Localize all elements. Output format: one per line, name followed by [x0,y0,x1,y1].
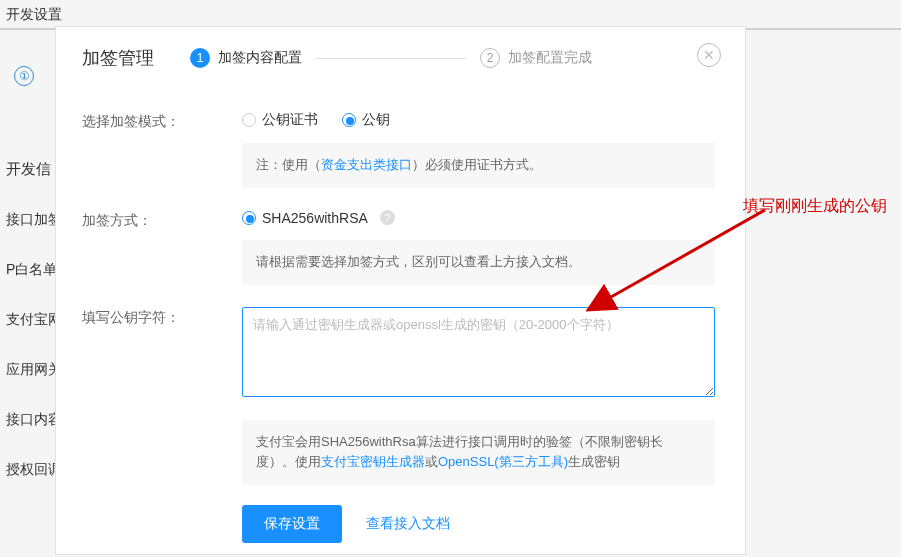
radio-sha256-rsa[interactable]: SHA256withRSA ? [242,210,395,226]
sidebar-section-title: 开发信 [6,160,62,179]
sidebar-item[interactable]: 授权回调 [6,461,62,479]
radio-label: 公钥 [362,111,390,129]
sign-management-modal: 加签管理 1 加签内容配置 2 加签配置完成 ✕ 选择加签模式： 公钥证 [55,26,746,555]
form: 选择加签模式： 公钥证书 公钥 注：使用（资金支出类接口）必须使用证书方式。 [82,111,715,543]
sidebar-item[interactable]: P白名单 [6,261,62,279]
row-sign-method: 加签方式： SHA256withRSA ? 请根据需要选择加签方式，区别可以查看… [82,210,715,285]
sidebar: 开发信 接口加签 P白名单 支付宝网 应用网关 接口内容 授权回调 [6,160,62,479]
radio-icon [342,113,356,127]
sidebar-item[interactable]: 接口加签 [6,211,62,229]
radio-icon [242,211,256,225]
radio-icon [242,113,256,127]
view-docs-link[interactable]: 查看接入文档 [366,515,450,533]
step-number-icon: 2 [480,48,500,68]
page-title: 开发设置 [6,6,62,24]
actions: 保存设置 查看接入文档 [242,505,715,543]
sidebar-item[interactable]: 应用网关 [6,361,62,379]
close-icon: ✕ [703,47,715,63]
openssl-link[interactable]: OpenSSL(第三方工具) [438,454,568,469]
modal-title: 加签管理 [82,46,154,70]
public-key-note: 支付宝会用SHA256withRsa算法进行接口调用时的验签（不限制密钥长度）。… [242,420,715,486]
close-button[interactable]: ✕ [697,43,721,67]
radio-public-key-cert[interactable]: 公钥证书 [242,111,318,129]
label-sign-mode: 选择加签模式： [82,111,242,131]
help-icon[interactable]: ? [380,210,395,225]
sidebar-item[interactable]: 接口内容 [6,411,62,429]
radio-label: 公钥证书 [262,111,318,129]
modal-header: 加签管理 1 加签内容配置 2 加签配置完成 ✕ [82,41,715,75]
public-key-textarea[interactable] [242,307,715,397]
sign-method-radio-group: SHA256withRSA ? [242,210,715,226]
radio-label: SHA256withRSA [262,210,368,226]
fund-interface-link[interactable]: 资金支出类接口 [321,157,412,172]
alipay-keygen-link[interactable]: 支付宝密钥生成器 [321,454,425,469]
steps: 1 加签内容配置 2 加签配置完成 [190,48,715,68]
mode-note: 注：使用（资金支出类接口）必须使用证书方式。 [242,143,715,188]
step-label: 加签配置完成 [508,49,592,67]
step-connector [316,58,466,59]
method-note: 请根据需要选择加签方式，区别可以查看上方接入文档。 [242,240,715,285]
row-public-key: 填写公钥字符： 支付宝会用SHA256withRsa算法进行接口调用时的验签（不… [82,307,715,486]
sidebar-item[interactable]: 支付宝网 [6,311,62,329]
radio-public-key[interactable]: 公钥 [342,111,390,129]
save-button[interactable]: 保存设置 [242,505,342,543]
step-number-icon: 1 [190,48,210,68]
sign-mode-radio-group: 公钥证书 公钥 [242,111,715,129]
step-label: 加签内容配置 [218,49,302,67]
step-indicator-bg: ① [14,66,34,86]
step-2: 2 加签配置完成 [480,48,592,68]
step-1: 1 加签内容配置 [190,48,302,68]
label-sign-method: 加签方式： [82,210,242,230]
row-sign-mode: 选择加签模式： 公钥证书 公钥 注：使用（资金支出类接口）必须使用证书方式。 [82,111,715,188]
label-public-key: 填写公钥字符： [82,307,242,327]
